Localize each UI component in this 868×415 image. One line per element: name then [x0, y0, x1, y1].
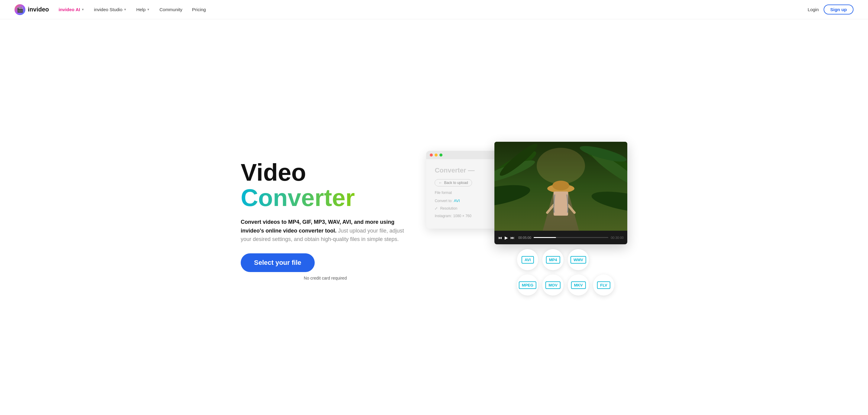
- play-button[interactable]: ▶: [505, 235, 508, 240]
- skip-back-button[interactable]: ⏮: [498, 235, 502, 240]
- progress-fill: [534, 237, 556, 238]
- convert-to-value: AVI: [454, 199, 460, 203]
- nav-label-community: Community: [159, 7, 182, 12]
- back-label: Back to upload: [444, 181, 468, 185]
- avi-tag: AVI: [522, 256, 534, 264]
- login-button[interactable]: Login: [808, 7, 819, 12]
- nav-item-invideo-studio[interactable]: invideo Studio ▼: [94, 7, 127, 12]
- chevron-down-icon: ▼: [81, 8, 84, 11]
- convert-to-label: Convert to:: [435, 199, 453, 203]
- badge-flv: FLV: [593, 274, 614, 296]
- badge-mp4: MP4: [542, 249, 564, 270]
- video-thumbnail: [494, 142, 627, 231]
- progress-bar[interactable]: [534, 237, 608, 238]
- skip-forward-button[interactable]: ⏭: [510, 235, 515, 240]
- hero-description: Convert videos to MP4, GIF, MP3, WAV, AV…: [241, 218, 410, 244]
- hero-section: Video Converter Convert videos to MP4, G…: [217, 19, 651, 415]
- hero-title: Video Converter: [241, 160, 410, 210]
- logo-icon: 🎬: [14, 4, 25, 15]
- window-minimize-dot: [435, 153, 438, 157]
- mov-tag: MOV: [546, 281, 561, 289]
- nav-label-pricing: Pricing: [192, 7, 206, 12]
- chevron-down-icon: ▼: [124, 8, 127, 11]
- instagram-label: Instagram:: [435, 214, 452, 218]
- window-maximize-dot: [439, 153, 442, 157]
- nav-right: Login Sign up: [808, 4, 854, 14]
- resolution-label: Resolution: [440, 206, 457, 210]
- logo[interactable]: 🎬 invideo: [14, 4, 49, 15]
- wmv-tag: WMV: [570, 256, 586, 264]
- hero-title-gradient: Converter: [241, 184, 355, 211]
- logo-text: invideo: [28, 6, 49, 13]
- flv-tag: FLV: [597, 281, 610, 289]
- hero-cta: Select your file No credit card required: [241, 253, 410, 280]
- mpeg-tag: MPEG: [519, 281, 536, 289]
- nav-label-invideo-ai: invideo AI: [59, 7, 80, 12]
- signup-button[interactable]: Sign up: [824, 4, 854, 14]
- total-time: 00:30:00: [611, 236, 624, 239]
- select-file-button[interactable]: Select your file: [241, 253, 315, 272]
- instagram-value: 1080 × 760: [453, 214, 471, 218]
- nav-item-invideo-ai[interactable]: invideo AI ▼: [59, 7, 84, 12]
- svg-rect-12: [554, 192, 568, 216]
- chevron-down-icon: ▼: [147, 8, 150, 11]
- mp4-tag: MP4: [546, 256, 560, 264]
- badge-mpeg: MPEG: [517, 274, 538, 296]
- nav-item-help[interactable]: Help ▼: [136, 7, 150, 12]
- nav-left: 🎬 invideo invideo AI ▼ invideo Studio ▼ …: [14, 4, 206, 15]
- video-player: ⏮ ▶ ⏭ 00:05:00 00:30:00: [494, 142, 627, 244]
- hero-left: Video Converter Convert videos to MP4, G…: [241, 160, 410, 280]
- video-controls: ⏮ ▶ ⏭ 00:05:00 00:30:00: [494, 231, 627, 244]
- mkv-tag: MKV: [571, 281, 586, 289]
- navbar: 🎬 invideo invideo AI ▼ invideo Studio ▼ …: [0, 0, 868, 19]
- svg-point-11: [552, 181, 569, 190]
- badge-mkv: MKV: [568, 274, 589, 296]
- format-badges: AVI MP4 WMV MPEG MOV MKV: [517, 249, 614, 296]
- badge-avi: AVI: [517, 249, 538, 270]
- no-card-label: No credit card required: [241, 276, 410, 280]
- badge-wmv: WMV: [568, 249, 589, 270]
- nav-item-community[interactable]: Community: [159, 7, 182, 12]
- nav-label-invideo-studio: invideo Studio: [94, 7, 122, 12]
- nav-item-pricing[interactable]: Pricing: [192, 7, 206, 12]
- resize-icon: ⤢: [435, 206, 438, 210]
- badge-row-2: MPEG MOV MKV FLV: [517, 274, 614, 296]
- hero-title-black: Video: [241, 159, 306, 186]
- badge-mov: MOV: [542, 274, 564, 296]
- current-time: 00:05:00: [518, 236, 531, 239]
- badge-row-1: AVI MP4 WMV: [517, 249, 614, 270]
- arrow-left-icon: ←: [438, 181, 442, 185]
- svg-point-9: [537, 148, 585, 184]
- hero-right: invideo.io Converter — ← Back to upload …: [426, 142, 627, 299]
- back-to-upload-button[interactable]: ← Back to upload: [435, 179, 472, 186]
- window-close-dot: [430, 153, 433, 157]
- nav-label-help: Help: [136, 7, 146, 12]
